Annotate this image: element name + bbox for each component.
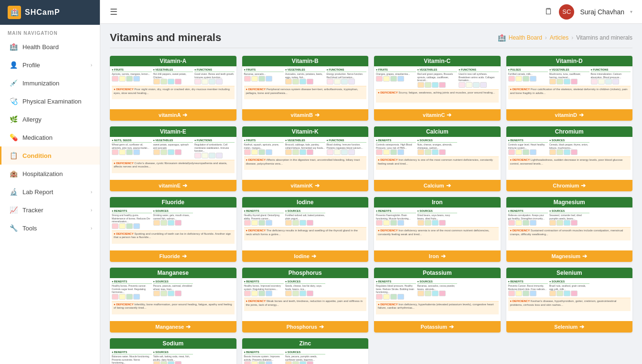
sidebar-item-lab-report[interactable]: 🔬 Lab Report › bbox=[0, 183, 100, 201]
card-col2-text-vitaminK: Broccoli, cabbage, kale, parsley, collar… bbox=[285, 143, 325, 149]
card-footer-arrow-fluoride: ➔ bbox=[182, 253, 187, 260]
card-body-phosphorus: ● BENEFITS Healthy bones. Improved excre… bbox=[242, 278, 369, 321]
card-col1-header-phosphorus: ● BENEFITS bbox=[244, 280, 284, 284]
card-cols-chromium: ● BENEFITS Controls sugar level. Heart h… bbox=[508, 139, 631, 156]
card-footer-arrow-manganese: ➔ bbox=[186, 323, 191, 330]
card-col2-header-vitaminE: ● VEGETABLES bbox=[153, 139, 193, 143]
card-col1-magnesium: ● BENEFITS Relieves constipation. Keeps … bbox=[508, 209, 548, 226]
card-col2-imgs-vitaminA bbox=[153, 79, 193, 85]
card-col1-phosphorus: ● BENEFITS Healthy bones. Improved excre… bbox=[244, 280, 284, 297]
card-col1-manganese: ● BENEFITS Healthy bones. Prevents cance… bbox=[112, 280, 152, 300]
vitamin-card-iron: Iron ● BENEFITS Prevents Haemoglobin. Br… bbox=[374, 197, 501, 262]
card-footer-calcium[interactable]: Calcium ➔ bbox=[374, 180, 501, 191]
card-col1-header-vitaminK: ● FRUITS bbox=[244, 139, 284, 143]
card-footer-iodine[interactable]: Iodine ➔ bbox=[242, 250, 369, 262]
card-col2-text-selenium: Brazil nuts, seafood, grain cereals, egg… bbox=[549, 284, 589, 291]
sidebar-chevron-lab-report: › bbox=[91, 189, 92, 195]
card-body-vitaminC: ● FRUITS Oranges, grapes, strawberries..… bbox=[374, 66, 501, 109]
card-footer-phosphorus[interactable]: Phosphorus ➔ bbox=[242, 321, 369, 333]
card-cols-vitaminD: ● PULSES Fortified cereals, milk... ● VE… bbox=[508, 68, 631, 85]
sidebar-item-condition[interactable]: 📋 Condition bbox=[0, 146, 100, 165]
notification-icon[interactable]: 🗒 bbox=[545, 7, 553, 17]
deficiency-label-vitaminE: ● DEFICIENCY bbox=[114, 162, 134, 165]
card-header-magnesium: Magnesium bbox=[506, 197, 633, 208]
card-footer-selenium[interactable]: Selenium ➔ bbox=[506, 321, 633, 333]
breadcrumb-articles[interactable]: Articles bbox=[550, 34, 568, 41]
card-body-vitaminA: ● FRUITS Apricots, carrots, mangoes, lem… bbox=[110, 66, 236, 109]
vitamin-card-chromium: Chromium ● BENEFITS Controls sugar level… bbox=[506, 126, 633, 191]
card-col1-vitaminC: ● FRUITS Oranges, grapes, strawberries..… bbox=[376, 68, 416, 88]
card-footer-arrow-vitaminK: ➔ bbox=[315, 182, 320, 189]
sidebar-item-physical-examination[interactable]: 🩺 Physical Examination bbox=[0, 92, 100, 110]
card-header-vitaminC: Vitamin-C bbox=[374, 56, 501, 66]
hamburger-button[interactable]: ☰ bbox=[110, 7, 118, 17]
card-header-vitaminE: Vitamin-E bbox=[110, 126, 236, 137]
sidebar-item-medication[interactable]: 💊 Medication bbox=[0, 128, 100, 146]
card-col2-imgs-iodine bbox=[285, 220, 325, 226]
card-footer-arrow-calcium: ➔ bbox=[446, 182, 451, 189]
card-header-calcium: Calcium bbox=[374, 126, 501, 137]
sidebar-item-tools[interactable]: 🔧 Tools › bbox=[0, 219, 100, 237]
card-col2-header-magnesium: ● SOURCES bbox=[549, 209, 589, 213]
card-body-fluoride: ● BENEFITS Strong and healthy gums. Main… bbox=[110, 208, 236, 250]
card-body-chromium: ● BENEFITS Controls sugar level. Heart h… bbox=[506, 137, 633, 180]
card-col2-magnesium: ● SOURCES Seaweed, coriander leaf, dried… bbox=[549, 209, 589, 226]
card-footer-arrow-vitaminD: ➔ bbox=[579, 112, 584, 118]
card-footer-iron[interactable]: Iron ➔ bbox=[374, 250, 501, 262]
card-col1-text-phosphorus: Healthy bones. Improved excretory system… bbox=[244, 284, 284, 291]
card-col2-header-chromium: ● SOURCES bbox=[549, 139, 589, 143]
card-deficiency-vitaminA: ● DEFICIENCY Poor night vision, dry, rou… bbox=[112, 86, 235, 99]
condition-icon: 📋 bbox=[9, 151, 18, 160]
card-footer-vitaminE[interactable]: vitaminE ➔ bbox=[110, 180, 236, 191]
sidebar-item-profile[interactable]: 👤 Profile › bbox=[0, 56, 100, 74]
card-col1-imgs-vitaminB bbox=[244, 76, 284, 82]
card-footer-vitaminB[interactable]: vitaminB ➔ bbox=[242, 109, 369, 121]
card-footer-potassium[interactable]: Potassium ➔ bbox=[374, 321, 501, 333]
user-avatar: SC bbox=[559, 4, 574, 20]
card-deficiency-manganese: ● DEFICIENCY Infertility, bone malformat… bbox=[112, 301, 235, 314]
card-col3-text-vitaminE: Regulation of antioxidants. Cell membran… bbox=[194, 143, 235, 153]
sidebar-item-tracker[interactable]: 📈 Tracker › bbox=[0, 201, 100, 219]
card-col2-vitaminA: ● VEGETABLES Hot chili peppers, sweet po… bbox=[153, 68, 193, 85]
vitamin-card-magnesium: Magnesium ● BENEFITS Relieves constipati… bbox=[506, 197, 633, 262]
card-footer-fluoride[interactable]: Fluoride ➔ bbox=[110, 250, 236, 262]
card-footer-chromium[interactable]: Chromium ➔ bbox=[506, 180, 633, 191]
card-footer-vitaminK[interactable]: vitaminK ➔ bbox=[242, 180, 369, 191]
breadcrumb-health-board[interactable]: Health Board bbox=[509, 34, 542, 41]
deficiency-label-magnesium: ● DEFICIENCY bbox=[510, 229, 530, 232]
card-col2-header-iodine: ● SOURCES bbox=[285, 209, 325, 213]
sidebar-label-tracker: Tracker bbox=[22, 207, 43, 214]
card-footer-vitaminA[interactable]: vitaminA ➔ bbox=[110, 109, 236, 121]
card-body-zinc: ● BENEFITS Boosts Immune system. Improve… bbox=[242, 349, 369, 364]
sidebar-item-allergy[interactable]: 🌿 Allergy bbox=[0, 110, 100, 128]
card-col1-imgs-vitaminE bbox=[112, 149, 152, 156]
deficiency-label-selenium: ● DEFICIENCY bbox=[510, 300, 530, 302]
user-menu-chevron[interactable]: ▾ bbox=[630, 9, 632, 14]
card-footer-vitaminD[interactable]: vitaminD ➔ bbox=[506, 109, 633, 121]
card-col2-header-potassium: ● SOURCES bbox=[417, 280, 458, 284]
sidebar-item-health-board[interactable]: 🏥 Health Board bbox=[0, 38, 100, 56]
vitamins-grid: Vitamin-A ● FRUITS Apricots, carrots, ma… bbox=[110, 56, 632, 364]
card-col1-imgs-potassium bbox=[376, 294, 416, 300]
card-col2-manganese: ● SOURCES Pecans, peanuts, oatmeal, shre… bbox=[153, 280, 193, 300]
sidebar-item-left-lab-report: 🔬 Lab Report bbox=[9, 187, 53, 196]
sidebar-item-hospitalization[interactable]: 🏨 Hospitalization bbox=[0, 165, 100, 183]
card-col2-header-phosphorus: ● SOURCES bbox=[285, 280, 325, 284]
card-footer-vitaminC[interactable]: vitaminC ➔ bbox=[374, 109, 501, 121]
card-cols-vitaminB: ● FRUITS Bananas, avocado... ● VEGETABLE… bbox=[244, 68, 367, 85]
breadcrumb: 🏥 Health Board › Articles › Vitamins and… bbox=[498, 34, 632, 42]
card-col2-text-chromium: Cereals, black pepper, thyme, onion, let… bbox=[549, 143, 589, 149]
card-col1-vitaminD: ● PULSES Fortified cereals, milk... bbox=[508, 68, 548, 85]
card-footer-magnesium[interactable]: Magnesium ➔ bbox=[506, 250, 633, 262]
sidebar-item-left-tools: 🔧 Tools bbox=[9, 224, 37, 232]
topbar-left: ☰ bbox=[110, 7, 118, 17]
card-footer-manganese[interactable]: Manganese ➔ bbox=[110, 321, 236, 333]
sidebar-item-immunization[interactable]: 💉 Immunization bbox=[0, 74, 100, 92]
card-col1-vitaminE: ● NUTS, SEEDS Wheat germ oil, sunflower … bbox=[112, 139, 152, 159]
card-footer-label-calcium: Calcium bbox=[424, 183, 444, 188]
deficiency-label-phosphorus: ● DEFICIENCY bbox=[246, 300, 266, 302]
card-col3-vitaminD: ● FUNCTIONS Bone mineralization. Calcium… bbox=[591, 68, 631, 85]
card-col2-imgs-vitaminE bbox=[153, 149, 193, 156]
card-col2-phosphorus: ● SOURCES Seeds, cheese, low-fat dairy, … bbox=[285, 280, 325, 297]
card-col1-header-vitaminC: ● FRUITS bbox=[376, 68, 416, 72]
